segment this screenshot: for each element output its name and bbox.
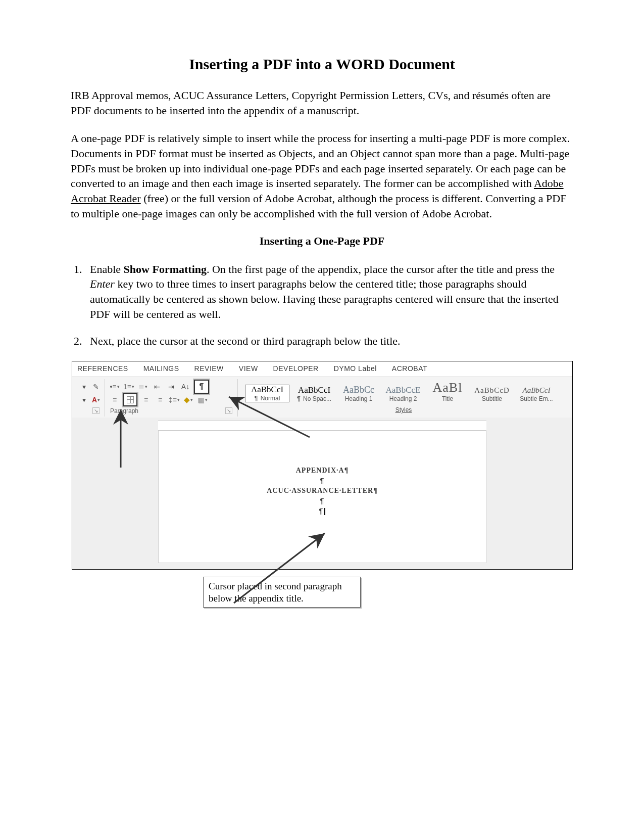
document-area: APPENDIX·A¶ ¶ ACUC·ASSURANCE·LETTER¶ ¶ ¶ [72,418,572,569]
format-painter-icon[interactable]: ✎ [91,382,101,392]
style-subtitle[interactable]: AaBbCcDSubtitle [472,387,512,402]
doc-line-pilcrow-1: ¶ [159,477,486,485]
ribbon-tabs: REFERENCES MAILINGS REVIEW VIEW DEVELOPE… [72,361,572,377]
step1-a: Enable [90,263,124,275]
section-heading: Inserting a One-Page PDF [71,235,573,248]
align-left-icon[interactable]: ≡ [109,395,120,405]
tab-references[interactable]: REFERENCES [77,364,128,373]
align-right-icon[interactable]: ≡ [155,395,166,405]
step-2: Next, place the cursor at the second or … [85,334,573,349]
styles-gallery[interactable]: AaBbCcI¶ NormalAaBbCcI¶ No Spac...AaBbCc… [242,380,565,402]
paragraph-launcher-icon[interactable]: ↘ [225,407,232,414]
doc-line-pilcrow-2: ¶ [159,497,486,505]
paragraph-group-label: Paragraph [110,407,138,414]
bullets-icon[interactable]: •≡▾ [109,382,120,392]
shading-icon[interactable]: ◆▾ [183,395,194,405]
line-spacing-icon[interactable]: ‡≡▾ [169,395,180,405]
tab-acrobat[interactable]: ACROBAT [392,364,427,373]
step1-italic: Enter [90,277,115,290]
style-normal[interactable]: AaBbCcI¶ Normal [245,385,289,402]
intro-2-b: (free) or the full version of Adobe Acro… [71,192,566,220]
intro-paragraph-1: IRB Approval memos, ACUC Assurance Lette… [71,88,573,118]
font-caret-icon[interactable]: ▾ [79,395,88,405]
paste-caret-icon[interactable]: ▾ [79,382,88,392]
sort-icon[interactable]: A↓ [180,382,191,392]
doc-line-acuc: ACUC·ASSURANCE·LETTER¶ [159,487,486,495]
tab-dymo[interactable]: DYMO Label [334,364,377,373]
callout-cursor: Cursor placed in second paragraph below … [203,577,361,608]
tab-mailings[interactable]: MAILINGS [143,364,179,373]
decrease-indent-icon[interactable]: ⇤ [152,382,163,392]
intro-paragraph-2: A one-page PDF is relatively simple to i… [71,131,573,221]
step-1: Enable Show Formatting. On the first pag… [85,262,573,322]
horizontal-ruler[interactable] [158,421,486,431]
numbering-icon[interactable]: 1≡▾ [123,382,134,392]
ribbon-body: ▾ ✎ ▾ A▾ ↘ •≡▾ 1≡▾ ≣▾ ⇤ [72,377,572,418]
step1-bold: Show Formatting [124,263,207,275]
borders-dropdown-icon[interactable]: ▦▾ [197,395,208,405]
style-heading-2[interactable]: AaBbCcEHeading 2 [383,386,423,402]
page-title: Inserting a PDF into a WORD Document [71,56,573,73]
tab-review[interactable]: REVIEW [194,364,224,373]
font-launcher-icon[interactable]: ↘ [92,407,100,414]
step1-b: . On the first page of the appendix, pla… [207,263,555,275]
borders-button[interactable] [123,393,137,406]
increase-indent-icon[interactable]: ⇥ [166,382,177,392]
styles-group-label: Styles [242,402,565,414]
show-formatting-pilcrow-button[interactable]: ¶ [194,380,209,394]
style-subtle-em-[interactable]: AaBbCcISubtle Em... [517,387,556,402]
align-center-icon[interactable]: ≡ [140,395,152,405]
step1-c: key two to three times to insert paragra… [90,277,559,320]
document-page[interactable]: APPENDIX·A¶ ¶ ACUC·ASSURANCE·LETTER¶ ¶ ¶ [158,431,486,563]
style-no-spac-[interactable]: AaBbCcI¶ No Spac... [294,386,334,402]
doc-line-appendix: APPENDIX·A¶ [159,467,486,475]
intro-2-a: A one-page PDF is relatively simple to i… [71,132,570,190]
font-color-icon[interactable]: A▾ [91,395,101,405]
style-title[interactable]: AaBlTitle [428,381,467,402]
doc-line-pilcrow-3: ¶ [159,507,486,515]
text-cursor [324,508,325,515]
tab-developer[interactable]: DEVELOPER [273,364,319,373]
multilevel-icon[interactable]: ≣▾ [137,382,148,392]
tab-view[interactable]: VIEW [239,364,258,373]
word-screenshot: REFERENCES MAILINGS REVIEW VIEW DEVELOPE… [72,361,573,570]
style-heading-1[interactable]: AaBbCcHeading 1 [339,385,378,402]
